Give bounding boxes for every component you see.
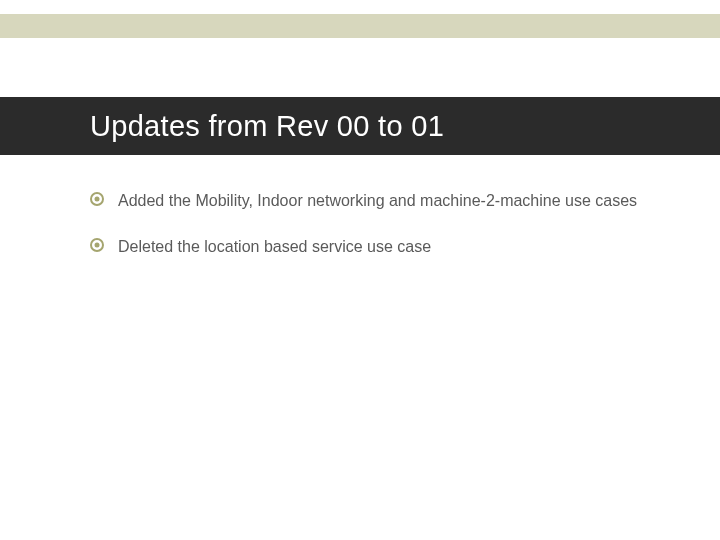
list-item: Added the Mobility, Indoor networking an… bbox=[90, 190, 680, 212]
title-bar: Updates from Rev 00 to 01 bbox=[0, 97, 720, 155]
bullet-icon bbox=[90, 192, 104, 206]
slide-title: Updates from Rev 00 to 01 bbox=[90, 110, 444, 143]
slide-content: Added the Mobility, Indoor networking an… bbox=[90, 190, 680, 281]
svg-point-1 bbox=[95, 197, 100, 202]
svg-point-3 bbox=[95, 242, 100, 247]
bullet-text: Added the Mobility, Indoor networking an… bbox=[118, 190, 637, 212]
list-item: Deleted the location based service use c… bbox=[90, 236, 680, 258]
top-accent-bar bbox=[0, 14, 720, 38]
bullet-icon bbox=[90, 238, 104, 252]
bullet-text: Deleted the location based service use c… bbox=[118, 236, 431, 258]
